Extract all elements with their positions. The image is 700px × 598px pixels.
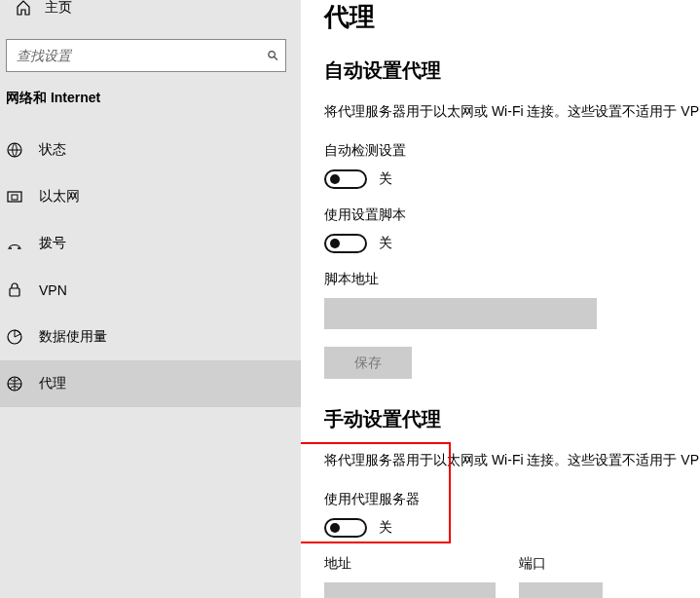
use-proxy-state: 关	[379, 519, 392, 537]
use-script-label: 使用设置脚本	[324, 206, 700, 224]
search-box[interactable]: ⚲	[6, 39, 286, 72]
page-title: 代理	[324, 0, 700, 34]
sidebar: 主页 ⚲ 网络和 Internet 状态 以太网 拨号 VPN	[0, 0, 301, 598]
nav-proxy-label: 代理	[39, 375, 66, 392]
port-label: 端口	[519, 555, 603, 573]
search-input[interactable]	[7, 40, 285, 71]
script-addr-input[interactable]	[324, 298, 597, 329]
nav-data-usage[interactable]: 数据使用量	[0, 314, 301, 360]
home-label: 主页	[45, 0, 72, 17]
home-link[interactable]: 主页	[0, 0, 301, 23]
auto-detect-toggle[interactable]	[324, 169, 367, 189]
manual-section-desc: 将代理服务器用于以太网或 Wi-Fi 连接。这些设置不适用于 VPN	[324, 452, 700, 469]
search-container: ⚲	[0, 39, 301, 72]
nav-dialup-label: 拨号	[39, 235, 66, 252]
auto-detect-state: 关	[379, 170, 392, 188]
svg-point-4	[18, 247, 19, 249]
dialup-icon	[6, 235, 23, 252]
vpn-icon	[6, 281, 23, 299]
auto-section-title: 自动设置代理	[324, 57, 700, 84]
use-proxy-toggle[interactable]	[324, 518, 367, 538]
manual-section-title: 手动设置代理	[324, 406, 700, 432]
home-icon	[16, 0, 31, 16]
script-addr-label: 脚本地址	[324, 271, 700, 288]
nav-ethernet-label: 以太网	[39, 188, 80, 206]
nav-status-label: 状态	[39, 141, 66, 159]
auto-detect-label: 自动检测设置	[324, 142, 700, 160]
nav-proxy[interactable]: 代理	[0, 360, 301, 407]
category-title: 网络和 Internet	[0, 90, 301, 107]
nav-data-usage-label: 数据使用量	[39, 328, 107, 346]
status-icon	[6, 141, 23, 159]
auto-section-desc: 将代理服务器用于以太网或 Wi-Fi 连接。这些设置不适用于 VPN	[324, 103, 700, 121]
nav-ethernet[interactable]: 以太网	[0, 173, 301, 220]
svg-rect-2	[12, 195, 18, 200]
proxy-icon	[6, 375, 23, 392]
svg-point-3	[10, 247, 12, 249]
nav-dialup[interactable]: 拨号	[0, 220, 301, 267]
nav-status[interactable]: 状态	[0, 127, 301, 173]
port-input[interactable]	[519, 582, 603, 598]
nav-vpn[interactable]: VPN	[0, 267, 301, 314]
addr-input[interactable]	[324, 582, 496, 598]
svg-rect-5	[10, 288, 19, 296]
use-proxy-label: 使用代理服务器	[324, 491, 700, 508]
main-content: 代理 自动设置代理 将代理服务器用于以太网或 Wi-Fi 连接。这些设置不适用于…	[301, 0, 700, 598]
use-script-toggle[interactable]	[324, 234, 367, 253]
nav-vpn-label: VPN	[39, 282, 67, 298]
save-button: 保存	[324, 347, 412, 379]
addr-label: 地址	[324, 555, 496, 573]
data-usage-icon	[6, 328, 23, 346]
use-script-state: 关	[379, 235, 392, 252]
ethernet-icon	[6, 188, 23, 206]
